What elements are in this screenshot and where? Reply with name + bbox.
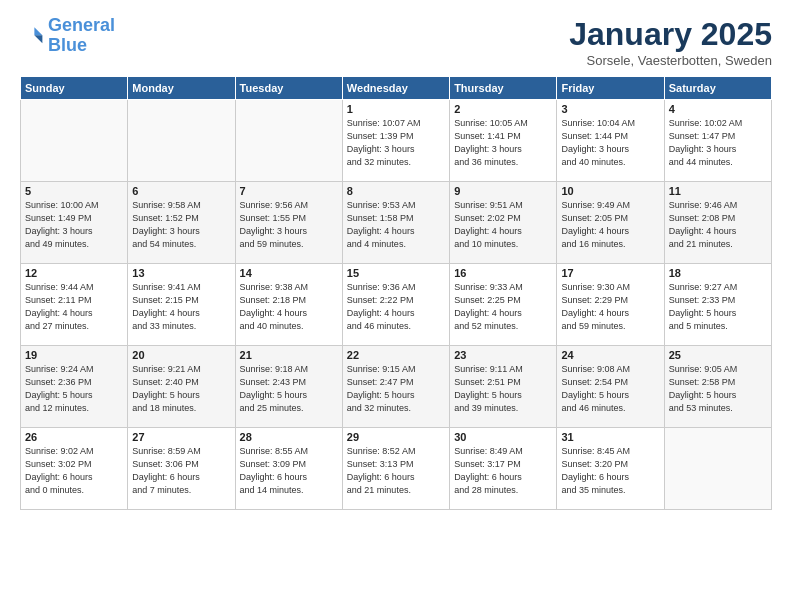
day-info: Sunrise: 9:38 AM Sunset: 2:18 PM Dayligh… xyxy=(240,281,338,333)
col-sunday: Sunday xyxy=(21,77,128,100)
col-tuesday: Tuesday xyxy=(235,77,342,100)
logo-line2: Blue xyxy=(48,35,87,55)
col-monday: Monday xyxy=(128,77,235,100)
calendar-week-row: 26Sunrise: 9:02 AM Sunset: 3:02 PM Dayli… xyxy=(21,428,772,510)
day-info: Sunrise: 9:05 AM Sunset: 2:58 PM Dayligh… xyxy=(669,363,767,415)
day-info: Sunrise: 9:15 AM Sunset: 2:47 PM Dayligh… xyxy=(347,363,445,415)
day-number: 24 xyxy=(561,349,659,361)
col-friday: Friday xyxy=(557,77,664,100)
col-thursday: Thursday xyxy=(450,77,557,100)
calendar-cell: 2Sunrise: 10:05 AM Sunset: 1:41 PM Dayli… xyxy=(450,100,557,182)
day-info: Sunrise: 10:05 AM Sunset: 1:41 PM Daylig… xyxy=(454,117,552,169)
day-number: 1 xyxy=(347,103,445,115)
day-number: 4 xyxy=(669,103,767,115)
day-info: Sunrise: 9:41 AM Sunset: 2:15 PM Dayligh… xyxy=(132,281,230,333)
calendar-cell: 19Sunrise: 9:24 AM Sunset: 2:36 PM Dayli… xyxy=(21,346,128,428)
day-info: Sunrise: 8:49 AM Sunset: 3:17 PM Dayligh… xyxy=(454,445,552,497)
calendar-week-row: 5Sunrise: 10:00 AM Sunset: 1:49 PM Dayli… xyxy=(21,182,772,264)
day-info: Sunrise: 9:24 AM Sunset: 2:36 PM Dayligh… xyxy=(25,363,123,415)
calendar-cell: 13Sunrise: 9:41 AM Sunset: 2:15 PM Dayli… xyxy=(128,264,235,346)
day-info: Sunrise: 9:36 AM Sunset: 2:22 PM Dayligh… xyxy=(347,281,445,333)
calendar-body: 1Sunrise: 10:07 AM Sunset: 1:39 PM Dayli… xyxy=(21,100,772,510)
day-number: 10 xyxy=(561,185,659,197)
calendar-cell: 9Sunrise: 9:51 AM Sunset: 2:02 PM Daylig… xyxy=(450,182,557,264)
day-info: Sunrise: 9:11 AM Sunset: 2:51 PM Dayligh… xyxy=(454,363,552,415)
day-number: 19 xyxy=(25,349,123,361)
day-number: 25 xyxy=(669,349,767,361)
day-number: 2 xyxy=(454,103,552,115)
col-wednesday: Wednesday xyxy=(342,77,449,100)
calendar-cell: 10Sunrise: 9:49 AM Sunset: 2:05 PM Dayli… xyxy=(557,182,664,264)
calendar-cell: 25Sunrise: 9:05 AM Sunset: 2:58 PM Dayli… xyxy=(664,346,771,428)
day-number: 22 xyxy=(347,349,445,361)
day-number: 18 xyxy=(669,267,767,279)
day-number: 28 xyxy=(240,431,338,443)
day-info: Sunrise: 9:08 AM Sunset: 2:54 PM Dayligh… xyxy=(561,363,659,415)
day-info: Sunrise: 8:45 AM Sunset: 3:20 PM Dayligh… xyxy=(561,445,659,497)
calendar-cell: 5Sunrise: 10:00 AM Sunset: 1:49 PM Dayli… xyxy=(21,182,128,264)
calendar-cell: 16Sunrise: 9:33 AM Sunset: 2:25 PM Dayli… xyxy=(450,264,557,346)
col-saturday: Saturday xyxy=(664,77,771,100)
day-number: 13 xyxy=(132,267,230,279)
day-info: Sunrise: 9:27 AM Sunset: 2:33 PM Dayligh… xyxy=(669,281,767,333)
day-number: 12 xyxy=(25,267,123,279)
day-info: Sunrise: 9:51 AM Sunset: 2:02 PM Dayligh… xyxy=(454,199,552,251)
calendar-week-row: 19Sunrise: 9:24 AM Sunset: 2:36 PM Dayli… xyxy=(21,346,772,428)
calendar-cell: 23Sunrise: 9:11 AM Sunset: 2:51 PM Dayli… xyxy=(450,346,557,428)
calendar: Sunday Monday Tuesday Wednesday Thursday… xyxy=(20,76,772,510)
day-info: Sunrise: 9:44 AM Sunset: 2:11 PM Dayligh… xyxy=(25,281,123,333)
page: General Blue January 2025 Sorsele, Vaest… xyxy=(0,0,792,612)
month-title: January 2025 xyxy=(569,16,772,53)
day-number: 11 xyxy=(669,185,767,197)
calendar-cell: 17Sunrise: 9:30 AM Sunset: 2:29 PM Dayli… xyxy=(557,264,664,346)
day-number: 6 xyxy=(132,185,230,197)
day-number: 3 xyxy=(561,103,659,115)
day-number: 30 xyxy=(454,431,552,443)
day-number: 14 xyxy=(240,267,338,279)
calendar-cell: 29Sunrise: 8:52 AM Sunset: 3:13 PM Dayli… xyxy=(342,428,449,510)
logo-line1: General xyxy=(48,15,115,35)
logo-text: General Blue xyxy=(48,16,115,56)
calendar-cell: 31Sunrise: 8:45 AM Sunset: 3:20 PM Dayli… xyxy=(557,428,664,510)
calendar-cell: 1Sunrise: 10:07 AM Sunset: 1:39 PM Dayli… xyxy=(342,100,449,182)
day-number: 23 xyxy=(454,349,552,361)
day-number: 5 xyxy=(25,185,123,197)
day-number: 8 xyxy=(347,185,445,197)
day-number: 7 xyxy=(240,185,338,197)
day-number: 31 xyxy=(561,431,659,443)
calendar-cell: 28Sunrise: 8:55 AM Sunset: 3:09 PM Dayli… xyxy=(235,428,342,510)
calendar-cell: 22Sunrise: 9:15 AM Sunset: 2:47 PM Dayli… xyxy=(342,346,449,428)
header: General Blue January 2025 Sorsele, Vaest… xyxy=(20,16,772,68)
day-info: Sunrise: 10:02 AM Sunset: 1:47 PM Daylig… xyxy=(669,117,767,169)
day-info: Sunrise: 9:49 AM Sunset: 2:05 PM Dayligh… xyxy=(561,199,659,251)
day-info: Sunrise: 9:53 AM Sunset: 1:58 PM Dayligh… xyxy=(347,199,445,251)
calendar-cell: 4Sunrise: 10:02 AM Sunset: 1:47 PM Dayli… xyxy=(664,100,771,182)
day-number: 15 xyxy=(347,267,445,279)
calendar-cell: 20Sunrise: 9:21 AM Sunset: 2:40 PM Dayli… xyxy=(128,346,235,428)
day-info: Sunrise: 9:30 AM Sunset: 2:29 PM Dayligh… xyxy=(561,281,659,333)
title-area: January 2025 Sorsele, Vaesterbotten, Swe… xyxy=(569,16,772,68)
day-info: Sunrise: 9:33 AM Sunset: 2:25 PM Dayligh… xyxy=(454,281,552,333)
day-info: Sunrise: 9:56 AM Sunset: 1:55 PM Dayligh… xyxy=(240,199,338,251)
calendar-cell xyxy=(235,100,342,182)
day-number: 20 xyxy=(132,349,230,361)
svg-marker-1 xyxy=(34,35,42,43)
day-number: 26 xyxy=(25,431,123,443)
svg-marker-0 xyxy=(34,27,42,35)
calendar-cell: 27Sunrise: 8:59 AM Sunset: 3:06 PM Dayli… xyxy=(128,428,235,510)
day-info: Sunrise: 10:00 AM Sunset: 1:49 PM Daylig… xyxy=(25,199,123,251)
calendar-cell: 18Sunrise: 9:27 AM Sunset: 2:33 PM Dayli… xyxy=(664,264,771,346)
calendar-cell: 12Sunrise: 9:44 AM Sunset: 2:11 PM Dayli… xyxy=(21,264,128,346)
day-info: Sunrise: 9:58 AM Sunset: 1:52 PM Dayligh… xyxy=(132,199,230,251)
day-info: Sunrise: 9:18 AM Sunset: 2:43 PM Dayligh… xyxy=(240,363,338,415)
calendar-cell: 26Sunrise: 9:02 AM Sunset: 3:02 PM Dayli… xyxy=(21,428,128,510)
day-info: Sunrise: 8:55 AM Sunset: 3:09 PM Dayligh… xyxy=(240,445,338,497)
day-info: Sunrise: 9:21 AM Sunset: 2:40 PM Dayligh… xyxy=(132,363,230,415)
day-number: 27 xyxy=(132,431,230,443)
day-info: Sunrise: 10:07 AM Sunset: 1:39 PM Daylig… xyxy=(347,117,445,169)
day-number: 17 xyxy=(561,267,659,279)
calendar-cell: 7Sunrise: 9:56 AM Sunset: 1:55 PM Daylig… xyxy=(235,182,342,264)
day-number: 21 xyxy=(240,349,338,361)
subtitle: Sorsele, Vaesterbotten, Sweden xyxy=(569,53,772,68)
calendar-cell: 14Sunrise: 9:38 AM Sunset: 2:18 PM Dayli… xyxy=(235,264,342,346)
